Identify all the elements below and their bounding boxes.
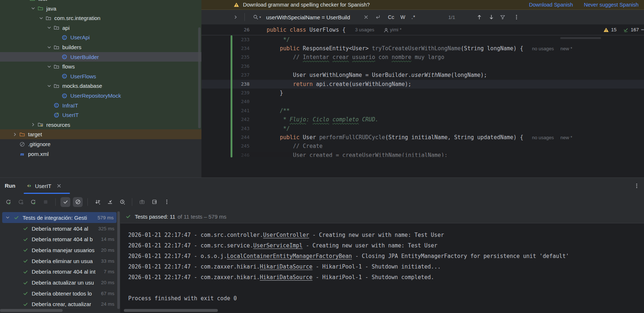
code-text: // Create [267, 142, 323, 150]
code-line-241[interactable]: 241 /** [201, 106, 644, 115]
code-line-245[interactable]: 245 // Create [201, 142, 644, 150]
test-row-deber-a-actualizar-un-usu[interactable]: Debería actualizar un usu20 ms [0, 277, 117, 288]
test-duration: 325 ms [98, 226, 114, 231]
code-line-240[interactable]: 240 [201, 97, 644, 106]
chevron-right-icon[interactable] [11, 132, 19, 137]
inlay-hint[interactable]: no usages [532, 46, 554, 51]
tree-item-pom-xml[interactable]: mpom.xml [0, 149, 202, 159]
class-link[interactable]: UserController [263, 232, 309, 238]
code-line-246[interactable]: 246 User created = createUserWithName(in… [201, 151, 644, 160]
test-row-deber-a-crear-actualizar[interactable]: Debería crear, actualizar24 ms [0, 299, 117, 310]
chevron-down-icon[interactable] [37, 15, 45, 21]
inspections-widget[interactable]: 15 167 [603, 24, 639, 35]
class-icon: C [61, 73, 68, 79]
test-row-deber-a-retornar-404-al-int[interactable]: Debería retornar 404 al int7 ms [0, 266, 117, 277]
tree-item-userrepositorymock[interactable]: CUserRepositoryMock [0, 91, 202, 101]
code-line-237[interactable]: 237 User userWithLongName = UserBuilder.… [201, 71, 644, 79]
sort-by-duration-button[interactable] [117, 197, 127, 207]
export-test-results-button[interactable] [149, 197, 159, 207]
tree-item-userapi[interactable]: CUserApi [0, 32, 202, 42]
tree-item-mocks-database[interactable]: mocks.database [0, 81, 202, 91]
code-line-244[interactable]: 244 public User performFullCRUDCycle(Str… [201, 133, 644, 142]
tree-item-userbuilder[interactable]: CUserBuilder [0, 52, 202, 62]
author-hint[interactable]: yimi * [390, 27, 402, 32]
tree-item-com-src-integration[interactable]: com.src.integration [0, 13, 202, 23]
test-tree-horizontal-scrollbar[interactable] [0, 309, 63, 312]
show-ignored-toggle[interactable] [73, 197, 83, 207]
tree-item-gitignore[interactable]: .gitignore [0, 139, 202, 149]
chevron-down-icon[interactable] [5, 215, 9, 220]
log-text: - Closing JPA EntityManagerFactory for p… [352, 253, 569, 259]
more-options-button[interactable] [162, 197, 172, 207]
test-row-tests-de-integraci-n-gesti[interactable]: Tests de integración: Gesti579 ms [2, 212, 117, 223]
screenshot-button[interactable] [137, 197, 147, 207]
toolbar-separator [132, 198, 132, 206]
camera-icon [139, 199, 145, 205]
chevron-down-icon[interactable] [45, 83, 53, 89]
rerun-failed-tests-button[interactable] [16, 197, 26, 207]
tree-item-userit[interactable]: CUserIT [0, 110, 202, 120]
code-line-239[interactable]: 239 } [201, 89, 644, 97]
chevron-down-icon[interactable] [21, 0, 29, 2]
test-row-deber-a-eliminar-un-usua[interactable]: Debería eliminar un usua33 ms [0, 255, 117, 266]
dots-icon [164, 199, 170, 205]
show-passed-toggle[interactable] [60, 197, 70, 207]
tree-item-java[interactable]: java [0, 4, 202, 13]
chevron-down-icon[interactable] [45, 44, 53, 50]
tree-item-infrait[interactable]: CInfraIT [0, 101, 202, 110]
stop-button[interactable] [41, 197, 51, 207]
tree-item-flows[interactable]: flows [0, 62, 202, 71]
tree-item-userflows[interactable]: CUserFlows [0, 71, 202, 81]
inlay-hint[interactable]: no usages [532, 135, 554, 140]
line-number: 245 [221, 142, 250, 150]
tree-item-resources[interactable]: resources [0, 120, 202, 130]
class-link[interactable]: UserServiceImpl [253, 242, 302, 249]
inlay-hint[interactable]: new * [560, 46, 572, 51]
rerun-tests-button[interactable] [4, 197, 13, 207]
test-row-deber-a-retornar-404-al-b[interactable]: Debería retornar 404 al b14 ms [0, 234, 117, 245]
code-line-233[interactable]: 233 */ [201, 35, 644, 44]
editor-scrollbar-thumb[interactable] [560, 37, 601, 39]
tree-item-target[interactable]: target [0, 129, 202, 139]
code-line-238[interactable]: 238 return api.create(userWithLongName); [201, 80, 644, 89]
code-line-243[interactable]: 243 */ [201, 124, 644, 133]
folder-orange-icon [19, 132, 25, 137]
collapse-all-button[interactable] [105, 197, 115, 207]
run-panel-options-button[interactable] [634, 183, 640, 189]
autotest-icon [30, 199, 36, 205]
console-horizontal-scrollbar[interactable] [124, 309, 218, 312]
chevron-down-icon[interactable] [45, 64, 53, 70]
toolbar-separator [87, 198, 88, 206]
chevron-down-icon[interactable] [45, 25, 53, 31]
tree-item-api[interactable]: api [0, 23, 202, 33]
test-passed-icon [23, 301, 28, 307]
tests-summary-rest: of 11 tests – 579 ms [177, 214, 226, 220]
chevron-down-icon[interactable] [29, 5, 37, 11]
test-row-deber-a-manejar-usuarios[interactable]: Debería manejar usuarios20 ms [0, 244, 117, 255]
close-tab-icon[interactable] [56, 183, 62, 189]
class-link[interactable]: LocalContainerEntityManagerFactoryBean [227, 253, 352, 259]
code-line-236[interactable]: 236 [201, 62, 644, 71]
passed-inspections-icon [623, 27, 629, 33]
class-link[interactable]: HikariDataSource [260, 263, 313, 270]
code-line-234[interactable]: 234 public ResponseEntity<User> tryToCre… [201, 44, 644, 53]
chevron-right-icon[interactable] [29, 122, 37, 128]
code-text: public ResponseEntity<User> tryToCreateU… [267, 44, 572, 53]
test-tree-vertical-scrollbar[interactable] [117, 211, 120, 309]
inlay-hint[interactable]: new * [560, 135, 572, 140]
tree-item-builders[interactable]: builders [0, 42, 202, 52]
test-row-deber-a-retornar-404-al[interactable]: Debería retornar 404 al325 ms [0, 223, 117, 234]
usages-hint[interactable]: 3 usages [355, 27, 374, 32]
tab-userit[interactable]: UserIT [26, 178, 62, 194]
class-link[interactable]: HikariDataSource [260, 274, 313, 281]
test-row-deber-a-obtener-todos-lo[interactable]: Debería obtener todos lo67 ms [0, 288, 117, 299]
code-line-242[interactable]: 242 * Flujo: Ciclo completo CRUD. [201, 115, 644, 124]
tree-item-test[interactable]: test [0, 0, 202, 4]
sort-tests-button[interactable] [93, 197, 102, 207]
toggle-auto-test-button[interactable] [28, 197, 38, 207]
code-text: */ [267, 35, 290, 44]
tree-item-label: UserRepositoryMock [70, 93, 121, 99]
project-tree-scrollbar[interactable] [198, 27, 201, 128]
sticky-header-line[interactable]: 26 public class UserFlows { 3 usages yim… [201, 24, 644, 35]
code-line-235[interactable]: 235 // Intentar crear usuario con nombre… [201, 53, 644, 62]
